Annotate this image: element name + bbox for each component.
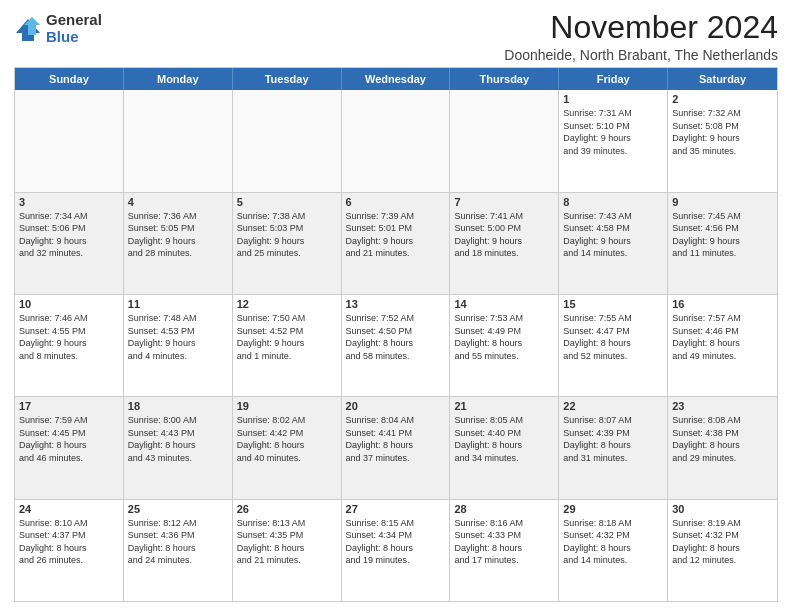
day-info: Sunrise: 8:19 AM Sunset: 4:32 PM Dayligh… [672, 517, 773, 567]
calendar-row-3: 17Sunrise: 7:59 AM Sunset: 4:45 PM Dayli… [15, 396, 777, 498]
day-number: 27 [346, 503, 446, 515]
day-info: Sunrise: 7:52 AM Sunset: 4:50 PM Dayligh… [346, 312, 446, 362]
day-number: 13 [346, 298, 446, 310]
day-number: 12 [237, 298, 337, 310]
day-number: 14 [454, 298, 554, 310]
day-info: Sunrise: 8:05 AM Sunset: 4:40 PM Dayligh… [454, 414, 554, 464]
calendar-cell [342, 90, 451, 191]
calendar-cell: 22Sunrise: 8:07 AM Sunset: 4:39 PM Dayli… [559, 397, 668, 498]
calendar-cell: 28Sunrise: 8:16 AM Sunset: 4:33 PM Dayli… [450, 500, 559, 601]
calendar-cell: 20Sunrise: 8:04 AM Sunset: 4:41 PM Dayli… [342, 397, 451, 498]
calendar-cell: 12Sunrise: 7:50 AM Sunset: 4:52 PM Dayli… [233, 295, 342, 396]
calendar-cell: 26Sunrise: 8:13 AM Sunset: 4:35 PM Dayli… [233, 500, 342, 601]
page: General Blue November 2024 Doonheide, No… [0, 0, 792, 612]
day-number: 15 [563, 298, 663, 310]
calendar-cell: 10Sunrise: 7:46 AM Sunset: 4:55 PM Dayli… [15, 295, 124, 396]
calendar-cell: 7Sunrise: 7:41 AM Sunset: 5:00 PM Daylig… [450, 193, 559, 294]
header-day-wednesday: Wednesday [342, 68, 451, 90]
day-info: Sunrise: 8:12 AM Sunset: 4:36 PM Dayligh… [128, 517, 228, 567]
calendar-cell: 21Sunrise: 8:05 AM Sunset: 4:40 PM Dayli… [450, 397, 559, 498]
calendar-cell: 2Sunrise: 7:32 AM Sunset: 5:08 PM Daylig… [668, 90, 777, 191]
title-block: November 2024 Doonheide, North Brabant, … [504, 10, 778, 63]
day-info: Sunrise: 8:02 AM Sunset: 4:42 PM Dayligh… [237, 414, 337, 464]
day-info: Sunrise: 8:16 AM Sunset: 4:33 PM Dayligh… [454, 517, 554, 567]
day-number: 6 [346, 196, 446, 208]
calendar-cell: 9Sunrise: 7:45 AM Sunset: 4:56 PM Daylig… [668, 193, 777, 294]
day-number: 29 [563, 503, 663, 515]
calendar-cell: 5Sunrise: 7:38 AM Sunset: 5:03 PM Daylig… [233, 193, 342, 294]
calendar-cell: 3Sunrise: 7:34 AM Sunset: 5:06 PM Daylig… [15, 193, 124, 294]
calendar-cell: 14Sunrise: 7:53 AM Sunset: 4:49 PM Dayli… [450, 295, 559, 396]
day-number: 20 [346, 400, 446, 412]
day-info: Sunrise: 8:08 AM Sunset: 4:38 PM Dayligh… [672, 414, 773, 464]
day-info: Sunrise: 7:48 AM Sunset: 4:53 PM Dayligh… [128, 312, 228, 362]
day-number: 22 [563, 400, 663, 412]
day-info: Sunrise: 7:36 AM Sunset: 5:05 PM Dayligh… [128, 210, 228, 260]
day-info: Sunrise: 7:38 AM Sunset: 5:03 PM Dayligh… [237, 210, 337, 260]
day-info: Sunrise: 7:53 AM Sunset: 4:49 PM Dayligh… [454, 312, 554, 362]
day-info: Sunrise: 7:55 AM Sunset: 4:47 PM Dayligh… [563, 312, 663, 362]
calendar-cell [233, 90, 342, 191]
calendar-row-0: 1Sunrise: 7:31 AM Sunset: 5:10 PM Daylig… [15, 90, 777, 191]
calendar-cell [15, 90, 124, 191]
day-number: 30 [672, 503, 773, 515]
calendar-body: 1Sunrise: 7:31 AM Sunset: 5:10 PM Daylig… [15, 90, 777, 601]
calendar-cell: 13Sunrise: 7:52 AM Sunset: 4:50 PM Dayli… [342, 295, 451, 396]
day-info: Sunrise: 8:18 AM Sunset: 4:32 PM Dayligh… [563, 517, 663, 567]
day-info: Sunrise: 7:45 AM Sunset: 4:56 PM Dayligh… [672, 210, 773, 260]
day-number: 24 [19, 503, 119, 515]
calendar: SundayMondayTuesdayWednesdayThursdayFrid… [14, 67, 778, 602]
calendar-cell: 23Sunrise: 8:08 AM Sunset: 4:38 PM Dayli… [668, 397, 777, 498]
day-info: Sunrise: 7:57 AM Sunset: 4:46 PM Dayligh… [672, 312, 773, 362]
logo-general: General [46, 12, 102, 29]
day-info: Sunrise: 8:07 AM Sunset: 4:39 PM Dayligh… [563, 414, 663, 464]
header-day-sunday: Sunday [15, 68, 124, 90]
day-info: Sunrise: 7:39 AM Sunset: 5:01 PM Dayligh… [346, 210, 446, 260]
day-info: Sunrise: 8:10 AM Sunset: 4:37 PM Dayligh… [19, 517, 119, 567]
day-info: Sunrise: 8:13 AM Sunset: 4:35 PM Dayligh… [237, 517, 337, 567]
calendar-cell: 17Sunrise: 7:59 AM Sunset: 4:45 PM Dayli… [15, 397, 124, 498]
calendar-cell: 18Sunrise: 8:00 AM Sunset: 4:43 PM Dayli… [124, 397, 233, 498]
calendar-cell: 30Sunrise: 8:19 AM Sunset: 4:32 PM Dayli… [668, 500, 777, 601]
day-number: 9 [672, 196, 773, 208]
calendar-cell [450, 90, 559, 191]
day-number: 19 [237, 400, 337, 412]
day-info: Sunrise: 7:59 AM Sunset: 4:45 PM Dayligh… [19, 414, 119, 464]
header-day-saturday: Saturday [668, 68, 777, 90]
day-number: 17 [19, 400, 119, 412]
month-title: November 2024 [504, 10, 778, 45]
header: General Blue November 2024 Doonheide, No… [14, 10, 778, 63]
calendar-cell: 16Sunrise: 7:57 AM Sunset: 4:46 PM Dayli… [668, 295, 777, 396]
calendar-cell: 4Sunrise: 7:36 AM Sunset: 5:05 PM Daylig… [124, 193, 233, 294]
calendar-cell: 25Sunrise: 8:12 AM Sunset: 4:36 PM Dayli… [124, 500, 233, 601]
day-info: Sunrise: 8:00 AM Sunset: 4:43 PM Dayligh… [128, 414, 228, 464]
calendar-cell: 29Sunrise: 8:18 AM Sunset: 4:32 PM Dayli… [559, 500, 668, 601]
calendar-cell: 15Sunrise: 7:55 AM Sunset: 4:47 PM Dayli… [559, 295, 668, 396]
day-number: 16 [672, 298, 773, 310]
calendar-row-1: 3Sunrise: 7:34 AM Sunset: 5:06 PM Daylig… [15, 192, 777, 294]
calendar-row-2: 10Sunrise: 7:46 AM Sunset: 4:55 PM Dayli… [15, 294, 777, 396]
calendar-header: SundayMondayTuesdayWednesdayThursdayFrid… [15, 68, 777, 90]
calendar-row-4: 24Sunrise: 8:10 AM Sunset: 4:37 PM Dayli… [15, 499, 777, 601]
day-info: Sunrise: 7:46 AM Sunset: 4:55 PM Dayligh… [19, 312, 119, 362]
day-number: 28 [454, 503, 554, 515]
day-info: Sunrise: 7:32 AM Sunset: 5:08 PM Dayligh… [672, 107, 773, 157]
day-info: Sunrise: 8:04 AM Sunset: 4:41 PM Dayligh… [346, 414, 446, 464]
day-number: 7 [454, 196, 554, 208]
day-number: 11 [128, 298, 228, 310]
day-number: 25 [128, 503, 228, 515]
day-number: 21 [454, 400, 554, 412]
day-info: Sunrise: 7:50 AM Sunset: 4:52 PM Dayligh… [237, 312, 337, 362]
header-day-friday: Friday [559, 68, 668, 90]
calendar-cell: 27Sunrise: 8:15 AM Sunset: 4:34 PM Dayli… [342, 500, 451, 601]
header-day-monday: Monday [124, 68, 233, 90]
day-number: 23 [672, 400, 773, 412]
calendar-cell: 8Sunrise: 7:43 AM Sunset: 4:58 PM Daylig… [559, 193, 668, 294]
calendar-cell: 19Sunrise: 8:02 AM Sunset: 4:42 PM Dayli… [233, 397, 342, 498]
day-info: Sunrise: 7:31 AM Sunset: 5:10 PM Dayligh… [563, 107, 663, 157]
day-number: 18 [128, 400, 228, 412]
day-number: 26 [237, 503, 337, 515]
header-day-thursday: Thursday [450, 68, 559, 90]
day-number: 10 [19, 298, 119, 310]
day-info: Sunrise: 7:43 AM Sunset: 4:58 PM Dayligh… [563, 210, 663, 260]
